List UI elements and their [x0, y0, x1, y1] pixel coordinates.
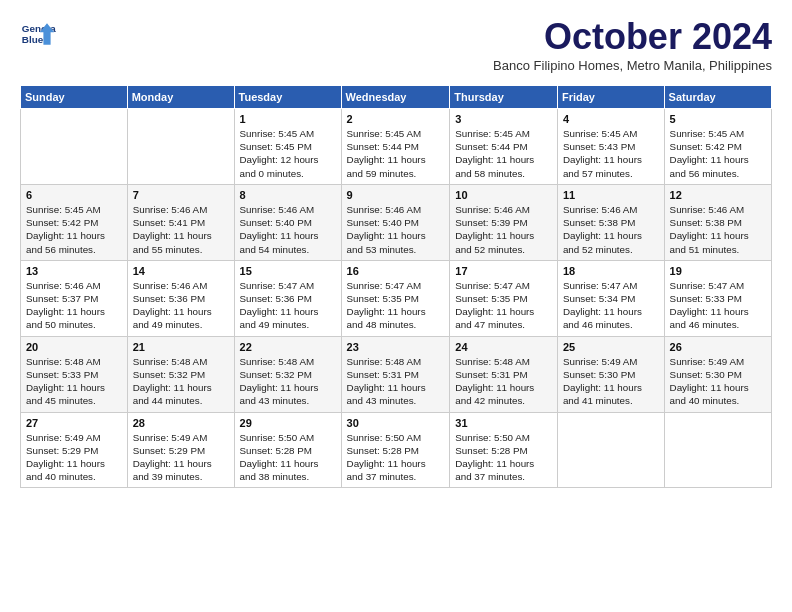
- day-info: Sunrise: 5:48 AMSunset: 5:31 PMDaylight:…: [347, 355, 445, 408]
- day-number: 11: [563, 189, 659, 201]
- calendar-cell: 13Sunrise: 5:46 AMSunset: 5:37 PMDayligh…: [21, 260, 128, 336]
- day-number: 6: [26, 189, 122, 201]
- calendar-cell: [557, 412, 664, 488]
- day-number: 29: [240, 417, 336, 429]
- day-info: Sunrise: 5:49 AMSunset: 5:29 PMDaylight:…: [26, 431, 122, 484]
- day-number: 22: [240, 341, 336, 353]
- day-number: 24: [455, 341, 552, 353]
- day-number: 19: [670, 265, 766, 277]
- day-number: 8: [240, 189, 336, 201]
- day-info: Sunrise: 5:46 AMSunset: 5:38 PMDaylight:…: [563, 203, 659, 256]
- weekday-header-tuesday: Tuesday: [234, 86, 341, 109]
- calendar-cell: 6Sunrise: 5:45 AMSunset: 5:42 PMDaylight…: [21, 184, 128, 260]
- calendar-cell: 10Sunrise: 5:46 AMSunset: 5:39 PMDayligh…: [450, 184, 558, 260]
- weekday-header-saturday: Saturday: [664, 86, 771, 109]
- calendar-cell: 16Sunrise: 5:47 AMSunset: 5:35 PMDayligh…: [341, 260, 450, 336]
- day-info: Sunrise: 5:49 AMSunset: 5:30 PMDaylight:…: [563, 355, 659, 408]
- day-info: Sunrise: 5:49 AMSunset: 5:29 PMDaylight:…: [133, 431, 229, 484]
- calendar-cell: 20Sunrise: 5:48 AMSunset: 5:33 PMDayligh…: [21, 336, 128, 412]
- calendar-cell: 5Sunrise: 5:45 AMSunset: 5:42 PMDaylight…: [664, 109, 771, 185]
- day-info: Sunrise: 5:47 AMSunset: 5:35 PMDaylight:…: [347, 279, 445, 332]
- day-number: 14: [133, 265, 229, 277]
- day-number: 3: [455, 113, 552, 125]
- day-info: Sunrise: 5:47 AMSunset: 5:36 PMDaylight:…: [240, 279, 336, 332]
- day-info: Sunrise: 5:48 AMSunset: 5:31 PMDaylight:…: [455, 355, 552, 408]
- calendar-cell: [127, 109, 234, 185]
- page-header: General Blue October 2024 Banco Filipino…: [20, 16, 772, 81]
- logo-icon: General Blue: [20, 16, 56, 52]
- day-info: Sunrise: 5:47 AMSunset: 5:35 PMDaylight:…: [455, 279, 552, 332]
- day-number: 13: [26, 265, 122, 277]
- day-number: 7: [133, 189, 229, 201]
- calendar-cell: 23Sunrise: 5:48 AMSunset: 5:31 PMDayligh…: [341, 336, 450, 412]
- day-info: Sunrise: 5:46 AMSunset: 5:37 PMDaylight:…: [26, 279, 122, 332]
- calendar-cell: 19Sunrise: 5:47 AMSunset: 5:33 PMDayligh…: [664, 260, 771, 336]
- calendar-cell: 7Sunrise: 5:46 AMSunset: 5:41 PMDaylight…: [127, 184, 234, 260]
- day-number: 1: [240, 113, 336, 125]
- calendar-table: SundayMondayTuesdayWednesdayThursdayFrid…: [20, 85, 772, 488]
- day-info: Sunrise: 5:45 AMSunset: 5:45 PMDaylight:…: [240, 127, 336, 180]
- day-number: 26: [670, 341, 766, 353]
- svg-text:Blue: Blue: [22, 34, 44, 45]
- calendar-cell: 26Sunrise: 5:49 AMSunset: 5:30 PMDayligh…: [664, 336, 771, 412]
- calendar-cell: 21Sunrise: 5:48 AMSunset: 5:32 PMDayligh…: [127, 336, 234, 412]
- calendar-cell: 27Sunrise: 5:49 AMSunset: 5:29 PMDayligh…: [21, 412, 128, 488]
- day-number: 20: [26, 341, 122, 353]
- weekday-header-sunday: Sunday: [21, 86, 128, 109]
- calendar-cell: 9Sunrise: 5:46 AMSunset: 5:40 PMDaylight…: [341, 184, 450, 260]
- calendar-cell: 30Sunrise: 5:50 AMSunset: 5:28 PMDayligh…: [341, 412, 450, 488]
- day-info: Sunrise: 5:45 AMSunset: 5:44 PMDaylight:…: [347, 127, 445, 180]
- day-number: 25: [563, 341, 659, 353]
- day-info: Sunrise: 5:45 AMSunset: 5:42 PMDaylight:…: [670, 127, 766, 180]
- day-info: Sunrise: 5:47 AMSunset: 5:33 PMDaylight:…: [670, 279, 766, 332]
- day-info: Sunrise: 5:48 AMSunset: 5:32 PMDaylight:…: [133, 355, 229, 408]
- day-info: Sunrise: 5:46 AMSunset: 5:39 PMDaylight:…: [455, 203, 552, 256]
- day-info: Sunrise: 5:45 AMSunset: 5:44 PMDaylight:…: [455, 127, 552, 180]
- calendar-cell: 11Sunrise: 5:46 AMSunset: 5:38 PMDayligh…: [557, 184, 664, 260]
- calendar-cell: 14Sunrise: 5:46 AMSunset: 5:36 PMDayligh…: [127, 260, 234, 336]
- month-title: October 2024: [493, 16, 772, 58]
- weekday-header-wednesday: Wednesday: [341, 86, 450, 109]
- day-number: 4: [563, 113, 659, 125]
- day-number: 18: [563, 265, 659, 277]
- calendar-cell: 3Sunrise: 5:45 AMSunset: 5:44 PMDaylight…: [450, 109, 558, 185]
- day-number: 12: [670, 189, 766, 201]
- calendar-cell: 28Sunrise: 5:49 AMSunset: 5:29 PMDayligh…: [127, 412, 234, 488]
- day-number: 27: [26, 417, 122, 429]
- day-number: 17: [455, 265, 552, 277]
- day-info: Sunrise: 5:47 AMSunset: 5:34 PMDaylight:…: [563, 279, 659, 332]
- calendar-cell: 25Sunrise: 5:49 AMSunset: 5:30 PMDayligh…: [557, 336, 664, 412]
- calendar-cell: 17Sunrise: 5:47 AMSunset: 5:35 PMDayligh…: [450, 260, 558, 336]
- calendar-cell: 15Sunrise: 5:47 AMSunset: 5:36 PMDayligh…: [234, 260, 341, 336]
- day-number: 10: [455, 189, 552, 201]
- calendar-cell: 22Sunrise: 5:48 AMSunset: 5:32 PMDayligh…: [234, 336, 341, 412]
- day-number: 23: [347, 341, 445, 353]
- day-number: 31: [455, 417, 552, 429]
- calendar-cell: 1Sunrise: 5:45 AMSunset: 5:45 PMDaylight…: [234, 109, 341, 185]
- day-number: 15: [240, 265, 336, 277]
- logo: General Blue: [20, 16, 56, 52]
- day-info: Sunrise: 5:50 AMSunset: 5:28 PMDaylight:…: [240, 431, 336, 484]
- day-info: Sunrise: 5:50 AMSunset: 5:28 PMDaylight:…: [455, 431, 552, 484]
- calendar-cell: 12Sunrise: 5:46 AMSunset: 5:38 PMDayligh…: [664, 184, 771, 260]
- calendar-cell: 29Sunrise: 5:50 AMSunset: 5:28 PMDayligh…: [234, 412, 341, 488]
- day-info: Sunrise: 5:46 AMSunset: 5:38 PMDaylight:…: [670, 203, 766, 256]
- calendar-cell: 4Sunrise: 5:45 AMSunset: 5:43 PMDaylight…: [557, 109, 664, 185]
- day-info: Sunrise: 5:45 AMSunset: 5:43 PMDaylight:…: [563, 127, 659, 180]
- day-info: Sunrise: 5:48 AMSunset: 5:33 PMDaylight:…: [26, 355, 122, 408]
- day-info: Sunrise: 5:48 AMSunset: 5:32 PMDaylight:…: [240, 355, 336, 408]
- calendar-cell: [664, 412, 771, 488]
- day-number: 30: [347, 417, 445, 429]
- calendar-cell: 8Sunrise: 5:46 AMSunset: 5:40 PMDaylight…: [234, 184, 341, 260]
- weekday-header-monday: Monday: [127, 86, 234, 109]
- day-number: 28: [133, 417, 229, 429]
- day-info: Sunrise: 5:46 AMSunset: 5:40 PMDaylight:…: [347, 203, 445, 256]
- weekday-header-friday: Friday: [557, 86, 664, 109]
- day-info: Sunrise: 5:46 AMSunset: 5:36 PMDaylight:…: [133, 279, 229, 332]
- calendar-cell: 18Sunrise: 5:47 AMSunset: 5:34 PMDayligh…: [557, 260, 664, 336]
- calendar-cell: [21, 109, 128, 185]
- day-info: Sunrise: 5:46 AMSunset: 5:41 PMDaylight:…: [133, 203, 229, 256]
- day-info: Sunrise: 5:46 AMSunset: 5:40 PMDaylight:…: [240, 203, 336, 256]
- calendar-cell: 24Sunrise: 5:48 AMSunset: 5:31 PMDayligh…: [450, 336, 558, 412]
- day-number: 2: [347, 113, 445, 125]
